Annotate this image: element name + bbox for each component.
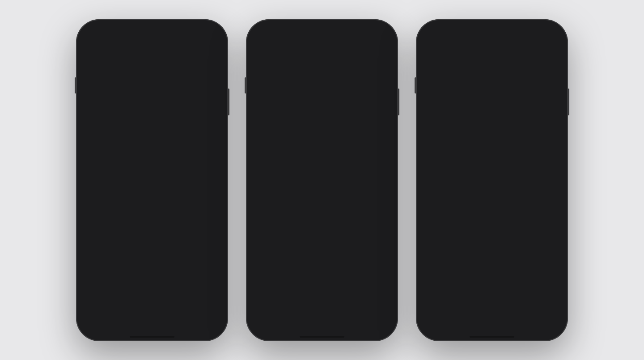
signal-icon bbox=[189, 31, 195, 36]
status-icons-aqi: ▲ bbox=[529, 31, 554, 36]
layers-button-aqi[interactable] bbox=[539, 91, 556, 108]
aqi-gradient-row: 500 400 300 200 100 0 bbox=[432, 83, 454, 119]
list-button-aqi[interactable] bbox=[539, 70, 556, 87]
list-button-temp[interactable] bbox=[199, 70, 216, 87]
forecast-subtitle: 6:41 AM Monday bbox=[260, 297, 384, 302]
timeline-label-900: 9:00 bbox=[337, 315, 345, 320]
home-indicator-precip bbox=[300, 336, 344, 338]
city-label-sf: San Francisco bbox=[113, 152, 136, 156]
wifi-icon-p: ▲ bbox=[368, 31, 373, 36]
aqi-labels: 500 400 300 200 100 0 bbox=[440, 83, 445, 119]
legend-color-moderate bbox=[262, 88, 266, 91]
temp-low: 51 bbox=[144, 170, 149, 175]
temp-label-90: 90 bbox=[100, 89, 106, 92]
timeline-dot: • bbox=[270, 308, 271, 312]
forecast-bar: Hourly Forecast 6:41 AM Monday ⏸ • 7:00 … bbox=[251, 283, 393, 336]
legend-label-extreme: Extreme bbox=[267, 97, 281, 102]
right-controls-aqi bbox=[539, 50, 556, 108]
legend-title-aqi: AQI (US) bbox=[432, 76, 454, 81]
legal-label: Legal bbox=[96, 326, 102, 329]
aqi-legend: AQI (US) 500 400 300 200 100 0 bbox=[428, 73, 459, 122]
right-controls-temp bbox=[199, 50, 216, 108]
timeline-handle[interactable] bbox=[281, 308, 286, 312]
current-temp: 70° bbox=[125, 164, 143, 178]
phone-screen-precip: Santa Rosa Vacaville Napa Fairfield Vall… bbox=[251, 25, 393, 336]
now-label: Now bbox=[314, 169, 322, 174]
location-arrow-icon-a: ▶ bbox=[443, 31, 446, 37]
timeline-bar[interactable] bbox=[275, 309, 384, 310]
city-label-fremont: Fremont bbox=[173, 199, 186, 203]
city-label-salinas: Salinas bbox=[149, 298, 161, 302]
legend-color-heavy bbox=[262, 93, 266, 96]
city-label-san-jose: San Jose bbox=[173, 224, 188, 228]
pause-icon[interactable]: ⏸ bbox=[260, 306, 267, 313]
home-indicator-temp bbox=[130, 336, 174, 338]
status-time-temp: 9:41 bbox=[90, 31, 102, 38]
status-time-aqi: 9:41 bbox=[430, 31, 442, 38]
city-label-livermore: Livermore bbox=[187, 177, 203, 181]
rain-icon: 🌧 bbox=[314, 161, 322, 169]
temp-label-60: 60 bbox=[100, 96, 106, 99]
notch-aqi bbox=[465, 25, 519, 37]
location-arrow-icon: ▶ bbox=[103, 31, 106, 37]
phone-temperature: Vacaville Napa Fairfield Vallejo Concord… bbox=[76, 19, 228, 341]
aqi-icon-badge: ✦ bbox=[476, 175, 488, 186]
aqi-label-400: 400 bbox=[440, 89, 445, 92]
temp-labels: 130 90 60 30 0 -40 bbox=[100, 83, 106, 119]
temperature-legend: Temperature 130 90 60 30 0 -40 bbox=[88, 73, 121, 122]
aqi-label-200: 200 bbox=[440, 102, 445, 105]
location-button-precip[interactable] bbox=[369, 50, 386, 67]
location-arrow-icon-p: ▶ bbox=[273, 31, 276, 37]
aqi-label-100: 100 bbox=[440, 109, 445, 112]
timeline-label-700: 7:00 bbox=[260, 315, 268, 320]
legend-title-temp: Temperature bbox=[92, 76, 116, 81]
legend-moderate: Moderate bbox=[262, 88, 287, 92]
city-label-santa-cruz: Santa Cruz bbox=[121, 264, 139, 268]
city-label-san-mateo: San Mateo bbox=[114, 189, 131, 193]
legend-extreme: Extreme bbox=[262, 97, 287, 102]
timeline-labels: 7:00 8:00 9:00 Now bbox=[260, 315, 384, 320]
legend-label-moderate: Moderate bbox=[267, 88, 283, 92]
status-bar-aqi: 9:41 ▶ ▲ bbox=[421, 25, 563, 46]
layers-button-precip[interactable] bbox=[369, 91, 386, 108]
location-button-aqi[interactable] bbox=[539, 50, 556, 67]
city-label-hmb: Half Moon Bay bbox=[94, 214, 117, 218]
city-label-palo-alto: Palo Al... bbox=[128, 208, 142, 212]
city-label-berkeley: Berkeley bbox=[134, 140, 148, 144]
temp-label-30: 30 bbox=[100, 102, 106, 105]
layers-button-temp[interactable] bbox=[199, 91, 216, 108]
temp-label-130: 130 bbox=[100, 83, 106, 86]
status-icons-temp: ▲ bbox=[189, 31, 214, 36]
city-label-san-ramon: San Ramon bbox=[173, 155, 192, 159]
list-button-precip[interactable] bbox=[369, 70, 386, 87]
city-label-concord: Concord bbox=[180, 114, 194, 119]
phone-screen-temperature: Vacaville Napa Fairfield Vallejo Concord… bbox=[81, 25, 223, 336]
phone-aqi: Vacaville Napa Fairfield Vallejo Concord… bbox=[416, 19, 568, 341]
legend-label-light: Light bbox=[267, 83, 275, 87]
notch-precip bbox=[295, 25, 349, 37]
battery-icon-p bbox=[375, 31, 384, 36]
done-button-temp[interactable]: Done bbox=[88, 50, 115, 63]
aqi-gradient-bar bbox=[432, 83, 436, 119]
done-button-aqi[interactable]: Done bbox=[428, 50, 455, 63]
signal-icon-a bbox=[529, 31, 535, 36]
legend-label-heavy: Heavy bbox=[267, 93, 278, 97]
battery-icon-a bbox=[545, 31, 554, 36]
location-button-temp[interactable] bbox=[199, 50, 216, 67]
city-label-watsonville: Watsonville bbox=[118, 280, 136, 284]
weather-pin-temp: 70° 51 76 bbox=[120, 161, 162, 180]
temp-range: 51 76 bbox=[144, 170, 156, 175]
legend-title-precip: Precipitation bbox=[262, 76, 287, 81]
timeline-label-now: Now bbox=[376, 315, 384, 320]
aqi-label-500: 500 bbox=[440, 83, 445, 86]
city-label-gilroy: Gilroy bbox=[172, 264, 181, 268]
done-button-precip[interactable]: Done bbox=[258, 50, 285, 63]
wifi-icon-a: ▲ bbox=[538, 31, 542, 36]
city-label-cupertino: Cupertino bbox=[145, 224, 161, 228]
home-indicator-aqi bbox=[470, 336, 514, 338]
city-label-richmond: Richmond bbox=[135, 127, 151, 131]
temp-label-neg40: -40 bbox=[100, 115, 106, 118]
precipitation-legend: Precipitation Light Moderate Heavy Extre… bbox=[258, 73, 291, 106]
city-label-morgan-hill: Morgan Hill bbox=[166, 249, 184, 253]
aqi-label-300: 300 bbox=[440, 96, 445, 99]
